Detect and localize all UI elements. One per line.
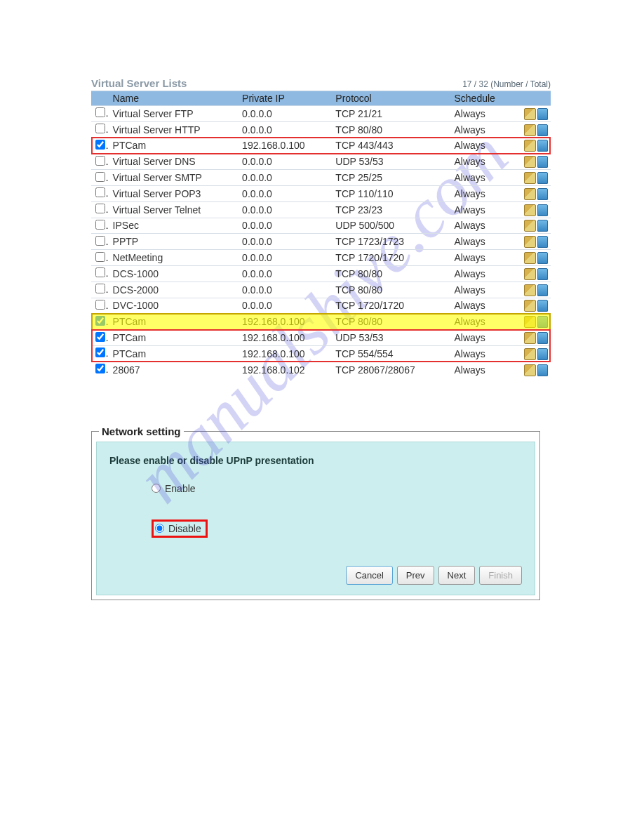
enable-label: Enable: [165, 483, 196, 494]
row-checkbox[interactable]: [95, 204, 105, 213]
edit-icon[interactable]: [524, 300, 536, 312]
cell-ip: 0.0.0.0: [238, 170, 331, 186]
row-checkbox[interactable]: [95, 236, 105, 246]
cell-protocol: TCP 80/80: [331, 265, 450, 282]
row-checkbox[interactable]: [95, 267, 105, 277]
cell-protocol: TCP 1720/1720: [331, 298, 450, 314]
edit-icon[interactable]: [524, 364, 536, 376]
cell-protocol: TCP 80/80: [331, 282, 450, 298]
cell-ip: 192.168.0.100: [238, 345, 331, 362]
panel-legend: Network setting: [99, 425, 184, 437]
cell-ip: 0.0.0.0: [238, 154, 331, 170]
row-checkbox[interactable]: [95, 300, 105, 310]
edit-icon[interactable]: [524, 108, 536, 120]
row-checkbox[interactable]: [95, 187, 105, 197]
row-checkbox[interactable]: [95, 140, 105, 150]
delete-icon[interactable]: [537, 140, 548, 152]
row-checkbox[interactable]: [95, 107, 105, 117]
cell-protocol: TCP 110/110: [331, 185, 450, 201]
delete-icon[interactable]: [537, 268, 548, 280]
delete-icon[interactable]: [537, 316, 548, 328]
option-disable[interactable]: Disable: [152, 519, 208, 538]
radio-disable[interactable]: [155, 524, 164, 533]
cell-protocol: TCP 80/80: [331, 121, 450, 138]
cell-ip: 0.0.0.0: [238, 282, 331, 298]
table-row: PPTP0.0.0.0TCP 1723/1723Always: [91, 234, 551, 250]
cancel-button[interactable]: Cancel: [346, 566, 392, 585]
cell-protocol: TCP 554/554: [331, 345, 450, 362]
table-row: DCS-20000.0.0.0TCP 80/80Always: [91, 282, 551, 298]
edit-icon[interactable]: [524, 124, 536, 136]
delete-icon[interactable]: [537, 252, 548, 264]
edit-icon[interactable]: [524, 220, 536, 232]
cell-name: Virtual Server FTP: [109, 106, 239, 122]
option-enable[interactable]: Enable: [152, 483, 522, 494]
edit-icon[interactable]: [524, 252, 536, 264]
cell-schedule: Always: [450, 362, 514, 377]
delete-icon[interactable]: [537, 236, 548, 248]
delete-icon[interactable]: [537, 188, 548, 200]
radio-enable[interactable]: [152, 484, 161, 493]
table-row: NetMeeting0.0.0.0TCP 1720/1720Always: [91, 250, 551, 266]
delete-icon[interactable]: [537, 284, 548, 296]
row-checkbox[interactable]: [95, 124, 105, 133]
table-row: PTCam192.168.0.100TCP 554/554Always: [91, 345, 551, 362]
cell-ip: 0.0.0.0: [238, 106, 331, 122]
cell-protocol: TCP 1723/1723: [331, 234, 450, 250]
delete-icon[interactable]: [537, 300, 548, 312]
cell-schedule: Always: [450, 170, 514, 186]
edit-icon[interactable]: [524, 236, 536, 248]
virtual-server-section: Virtual Server Lists 17 / 32 (Number / T…: [91, 77, 551, 378]
table-row: Virtual Server HTTP0.0.0.0TCP 80/80Alway…: [91, 121, 551, 138]
delete-icon[interactable]: [537, 364, 548, 376]
delete-icon[interactable]: [537, 156, 548, 168]
cell-ip: 0.0.0.0: [238, 121, 331, 138]
table-row: Virtual Server DNS0.0.0.0UDP 53/53Always: [91, 154, 551, 170]
row-checkbox[interactable]: [95, 332, 105, 342]
cell-schedule: Always: [450, 314, 514, 330]
cell-schedule: Always: [450, 282, 514, 298]
edit-icon[interactable]: [524, 140, 536, 152]
edit-icon[interactable]: [524, 156, 536, 168]
section-title: Virtual Server Lists: [91, 77, 187, 89]
row-checkbox[interactable]: [95, 252, 105, 262]
prev-button[interactable]: Prev: [397, 566, 434, 585]
panel-prompt: Please enable or disable UPnP presentati…: [109, 455, 522, 466]
edit-icon[interactable]: [524, 332, 536, 344]
delete-icon[interactable]: [537, 332, 548, 344]
table-row: 28067192.168.0.102TCP 28067/28067Always: [91, 362, 551, 377]
row-checkbox[interactable]: [95, 156, 105, 166]
row-checkbox[interactable]: [95, 348, 105, 357]
cell-protocol: TCP 21/21: [331, 106, 450, 122]
delete-icon[interactable]: [537, 108, 548, 120]
delete-icon[interactable]: [537, 220, 548, 232]
row-checkbox[interactable]: [95, 220, 105, 230]
cell-schedule: Always: [450, 330, 514, 346]
cell-name: Virtual Server POP3: [109, 185, 239, 201]
edit-icon[interactable]: [524, 204, 536, 216]
edit-icon[interactable]: [524, 284, 536, 296]
row-checkbox[interactable]: [95, 172, 105, 182]
next-button[interactable]: Next: [438, 566, 476, 585]
delete-icon[interactable]: [537, 348, 548, 360]
cell-schedule: Always: [450, 154, 514, 170]
row-checkbox[interactable]: [95, 316, 105, 326]
delete-icon[interactable]: [537, 172, 548, 184]
cell-ip: 0.0.0.0: [238, 250, 331, 266]
delete-icon[interactable]: [537, 204, 548, 216]
cell-schedule: Always: [450, 201, 514, 218]
col-schedule: Schedule: [450, 91, 514, 106]
cell-ip: 0.0.0.0: [238, 201, 331, 218]
edit-icon[interactable]: [524, 172, 536, 184]
delete-icon[interactable]: [537, 124, 548, 136]
cell-ip: 0.0.0.0: [238, 265, 331, 282]
cell-name: Virtual Server SMTP: [109, 170, 239, 186]
edit-icon[interactable]: [524, 316, 536, 328]
edit-icon[interactable]: [524, 348, 536, 360]
row-checkbox[interactable]: [95, 284, 105, 293]
cell-ip: 0.0.0.0: [238, 218, 331, 234]
edit-icon[interactable]: [524, 188, 536, 200]
row-checkbox[interactable]: [95, 364, 105, 373]
cell-name: PPTP: [109, 234, 239, 250]
edit-icon[interactable]: [524, 268, 536, 280]
